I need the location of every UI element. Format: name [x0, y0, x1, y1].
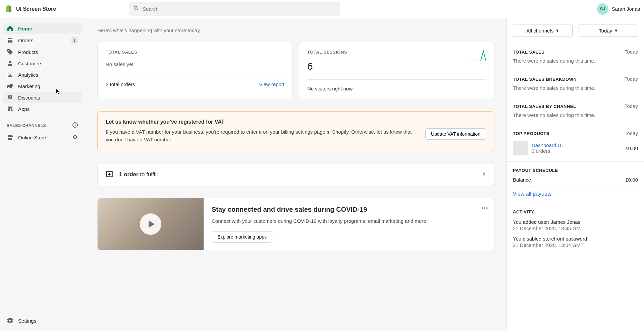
chevron-down-icon: ▾ — [615, 27, 618, 34]
sparkline-icon — [467, 50, 486, 62]
search-wrap — [129, 2, 340, 16]
explore-apps-button[interactable]: Explore marketing apps — [212, 231, 272, 243]
add-channel-icon[interactable] — [72, 122, 78, 129]
sales-channels-heading: SALES CHANNELS — [3, 115, 82, 132]
marketing-card: Stay connected and drive sales during CO… — [97, 198, 494, 250]
analytics-icon — [7, 71, 13, 78]
panel-payout: PAYOUT SCHEDULE Balance £0.00 View all p… — [507, 162, 644, 203]
divider — [513, 187, 638, 187]
update-vat-button[interactable]: Update VAT information — [425, 128, 486, 140]
sidebar-item-online-store[interactable]: Online Store — [3, 132, 82, 143]
sessions-value: 6 — [307, 61, 347, 71]
card-label: TOTAL SESSIONS — [307, 50, 347, 55]
sidebar-label: Customers — [18, 61, 43, 66]
fulfill-icon — [105, 170, 114, 179]
sidebar-item-analytics[interactable]: Analytics — [3, 69, 82, 80]
sidebar-item-settings[interactable]: Settings — [3, 315, 82, 326]
products-icon — [7, 49, 13, 55]
total-sales-card: TOTAL SALES No sales yet 2 total orders … — [97, 42, 293, 99]
apps-icon — [7, 106, 13, 112]
sidebar-label: Discounts — [18, 95, 40, 101]
panel-sales-channel: TOTAL SALES BY CHANNEL Today There were … — [507, 97, 644, 124]
balance-value: £0.00 — [625, 177, 638, 183]
marketing-icon — [7, 83, 13, 89]
period-dropdown[interactable]: Today ▾ — [579, 24, 638, 37]
marketing-desc: Connect with your customers during COVID… — [212, 217, 486, 225]
svg-point-1 — [482, 207, 483, 209]
sidebar-label: Analytics — [18, 72, 38, 78]
more-icon[interactable] — [481, 204, 488, 210]
settings-icon — [7, 317, 13, 324]
product-row[interactable]: Dashboard UI 3 orders £0.00 — [513, 141, 638, 155]
product-orders: 3 orders — [532, 148, 621, 154]
divider — [307, 79, 486, 80]
chevron-down-icon: ▾ — [556, 27, 559, 34]
product-name: Dashboard UI — [532, 142, 621, 148]
sidebar-item-customers[interactable]: Customers — [3, 58, 82, 69]
total-sessions-card: TOTAL SESSIONS 6 No visitors right now — [299, 42, 494, 99]
visitors-text: No visitors right now — [307, 86, 353, 91]
balance-label: Balance — [513, 177, 531, 183]
panel-top-products: TOP PRODUCTS Today Dashboard UI 3 orders… — [507, 124, 644, 162]
panel-activity: ACTIVITY You added user: James Jonas 21 … — [507, 203, 644, 254]
sales-value: No sales yet — [106, 61, 284, 67]
orders-count: 2 total orders — [106, 81, 135, 87]
sidebar-label: Products — [18, 49, 38, 55]
sidebar-label: Orders — [18, 38, 34, 43]
chevron-right-icon — [482, 172, 487, 178]
svg-point-2 — [484, 207, 485, 209]
search-icon — [133, 5, 139, 13]
product-price: £0.00 — [625, 145, 638, 151]
customers-icon — [7, 60, 13, 67]
intro-text: Here's what's happening with your store … — [97, 27, 494, 33]
avatar: SJ — [597, 3, 608, 15]
fulfill-text: 1 order to fulfill — [119, 171, 477, 178]
play-icon — [140, 213, 161, 235]
orders-badge: 1 — [71, 37, 78, 44]
view-store-icon[interactable] — [72, 134, 78, 141]
right-panel: All channels ▾ Today ▾ TOTAL SALES Today… — [506, 18, 644, 331]
sidebar-item-home[interactable]: Home — [3, 23, 82, 34]
discounts-icon — [7, 94, 13, 101]
activity-item: You added user: James Jonas 21 December … — [513, 219, 638, 231]
sidebar-label: Online Store — [18, 135, 46, 140]
user-menu[interactable]: SJ Sarah Jonas — [597, 3, 640, 15]
divider — [106, 75, 284, 75]
panel-sales-breakdown: TOTAL SALES BREAKDOWN Today There were n… — [507, 70, 644, 97]
main-content: Here's what's happening with your store … — [85, 18, 506, 331]
fulfill-card[interactable]: 1 order to fulfill — [97, 163, 494, 186]
logo-group: UI Screen Store — [4, 5, 129, 13]
sidebar-label: Apps — [18, 106, 30, 112]
user-name: Sarah Jonas — [612, 6, 640, 12]
search-box[interactable] — [129, 2, 340, 16]
view-payouts-link[interactable]: View all payouts — [513, 191, 551, 197]
activity-item: You disabled storefront password 21 Dece… — [513, 236, 638, 248]
product-thumbnail — [513, 141, 528, 155]
svg-point-3 — [486, 207, 488, 209]
channels-dropdown[interactable]: All channels ▾ — [513, 24, 573, 37]
banner-text: If you have a VAT number for your busine… — [106, 128, 420, 143]
sidebar: Home Orders 1 Products Customers Analyti… — [0, 18, 85, 331]
vat-banner: Let us know whether you've registered fo… — [97, 111, 494, 151]
orders-icon — [7, 37, 13, 44]
topbar: UI Screen Store SJ Sarah Jonas — [0, 0, 644, 18]
panel-total-sales: TOTAL SALES Today There were no sales du… — [507, 43, 644, 70]
search-input[interactable] — [143, 6, 336, 12]
sidebar-item-apps[interactable]: Apps — [3, 103, 82, 115]
sidebar-item-discounts[interactable]: Discounts — [3, 92, 82, 103]
sidebar-label: Marketing — [18, 83, 40, 89]
video-thumbnail[interactable] — [98, 198, 204, 250]
card-label: TOTAL SALES — [106, 50, 284, 55]
sidebar-item-marketing[interactable]: Marketing — [3, 80, 82, 92]
online-store-icon — [7, 134, 13, 141]
store-name: UI Screen Store — [16, 6, 56, 12]
home-icon — [7, 25, 13, 32]
view-report-link[interactable]: View report — [259, 81, 284, 87]
banner-title: Let us know whether you've registered fo… — [106, 119, 486, 125]
shopify-logo-icon — [4, 5, 13, 13]
sidebar-label: Settings — [18, 318, 36, 324]
sidebar-item-products[interactable]: Products — [3, 46, 82, 58]
sidebar-label: Home — [18, 26, 32, 31]
sidebar-item-orders[interactable]: Orders 1 — [3, 34, 82, 46]
marketing-title: Stay connected and drive sales during CO… — [212, 206, 486, 213]
